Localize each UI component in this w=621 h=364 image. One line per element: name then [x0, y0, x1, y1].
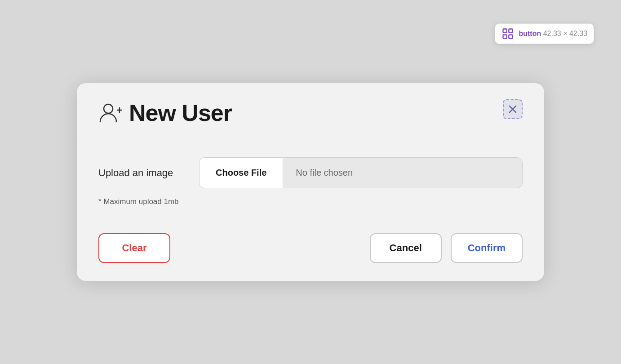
confirm-button[interactable]: Confirm [451, 233, 523, 263]
title-group: New User [98, 99, 232, 126]
new-user-dialog: New User Upload an image Choose File No … [77, 83, 544, 281]
svg-rect-1 [509, 29, 513, 33]
user-plus-icon [98, 101, 122, 124]
dialog-header: New User [77, 83, 544, 139]
choose-file-button[interactable]: Choose File [200, 158, 283, 188]
svg-point-4 [104, 104, 113, 113]
svg-rect-0 [503, 29, 507, 33]
dialog-footer: Clear Cancel Confirm [77, 222, 544, 281]
close-x-icon [508, 104, 518, 114]
svg-rect-2 [503, 35, 507, 38]
close-button[interactable] [503, 99, 523, 119]
upload-hint: * Maximum upload 1mb [98, 197, 523, 206]
tooltip-dimensions: 42.33 × 42.33 [543, 30, 587, 37]
svg-rect-3 [509, 35, 513, 38]
clear-button[interactable]: Clear [98, 233, 170, 263]
tooltip-content: button 42.33 × 42.33 [519, 30, 587, 38]
tooltip-type: button [519, 30, 541, 37]
button-grid-icon [501, 27, 514, 40]
cancel-button[interactable]: Cancel [370, 233, 442, 263]
file-input-wrapper: Choose File No file chosen [199, 157, 523, 188]
upload-label: Upload an image [98, 167, 188, 179]
tooltip: button 42.33 × 42.33 [495, 23, 594, 44]
upload-row: Upload an image Choose File No file chos… [98, 157, 523, 188]
no-file-text: No file chosen [283, 158, 522, 188]
dialog-title: New User [129, 99, 232, 126]
dialog-body: Upload an image Choose File No file chos… [77, 139, 544, 222]
